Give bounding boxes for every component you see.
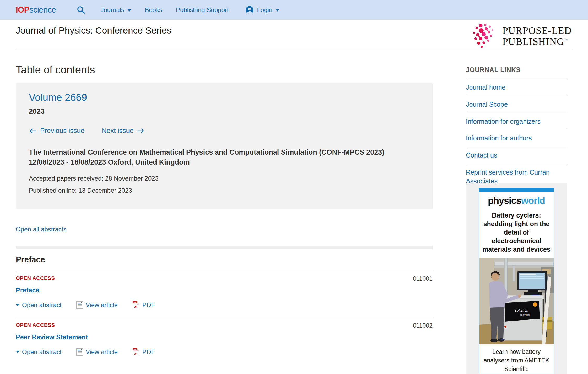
document-icon	[76, 301, 83, 309]
iop-logo-science: science	[29, 5, 56, 14]
volume-year: 2023	[29, 107, 417, 116]
volume-info-box: Volume 2669 2023 Previous issue Next iss…	[16, 83, 433, 209]
document-icon	[76, 348, 83, 356]
plp-tm: ™	[564, 38, 569, 42]
sidebar-item: Journal home	[466, 79, 567, 96]
volume-link[interactable]: Volume 2669	[29, 92, 87, 103]
arrow-left-icon	[29, 128, 37, 133]
article-entry: OPEN ACCESS 011001 Preface Open abstract	[16, 271, 433, 318]
sidebar-link-journal-home[interactable]: Journal home	[466, 83, 505, 92]
journal-links-sidebar: JOURNAL LINKS Journal home Journal Scope…	[466, 66, 567, 189]
triangle-down-icon	[16, 304, 19, 306]
article-page-number: 011002	[413, 322, 433, 329]
journal-title: Journal of Physics: Conference Series	[16, 25, 171, 36]
sidebar-item: Information for organizers	[466, 113, 567, 130]
physicsworld-logo: physicsworld	[479, 195, 554, 206]
section-divider	[16, 246, 433, 249]
sidebar-item: Contact us	[466, 147, 567, 164]
iopscience-logo[interactable]: IOPscience	[16, 5, 56, 15]
previous-issue-link[interactable]: Previous issue	[29, 127, 84, 135]
open-abstract-link[interactable]: Open abstract	[16, 301, 62, 309]
login-label: Login	[257, 6, 272, 14]
ad-container: physicsworld Battery cyclers: shedding l…	[466, 183, 567, 374]
page: IOPscience Journals Books Publishing Sup…	[0, 0, 588, 374]
journal-links-title: JOURNAL LINKS	[466, 66, 567, 79]
open-abstract-label: Open abstract	[22, 301, 62, 309]
article-actions: Open abstract View article	[16, 348, 433, 365]
nav-journals-label: Journals	[101, 6, 125, 14]
header-divider	[16, 50, 572, 50]
open-abstract-link[interactable]: Open abstract	[16, 348, 62, 356]
open-access-badge: OPEN ACCESS	[16, 275, 55, 281]
arrow-right-icon	[137, 128, 145, 133]
next-issue-link[interactable]: Next issue	[102, 127, 145, 135]
top-nav: IOPscience Journals Books Publishing Sup…	[0, 0, 588, 20]
page-title: Table of contents	[16, 64, 433, 76]
iop-logo-red: IOP	[16, 5, 29, 14]
user-icon	[245, 6, 254, 14]
article-entry: OPEN ACCESS 011002 Peer Review Statement…	[16, 318, 433, 365]
view-article-link[interactable]: View article	[76, 348, 118, 356]
nav-journals[interactable]: Journals	[101, 6, 131, 14]
open-access-badge: OPEN ACCESS	[16, 322, 55, 328]
sidebar-link-journal-scope[interactable]: Journal Scope	[466, 100, 508, 109]
purpose-led-publishing-logo: PURPOSE-LED PUBLISHING™	[472, 23, 572, 50]
chevron-down-icon	[127, 9, 131, 12]
issue-navigation: Previous issue Next issue	[29, 127, 417, 135]
view-article-link[interactable]: View article	[76, 301, 118, 309]
pdf-link[interactable]: PDF PDF	[132, 301, 155, 309]
triangle-down-icon	[16, 351, 19, 353]
nav-books-label: Books	[145, 6, 162, 14]
login-button[interactable]: Login	[245, 6, 279, 14]
accepted-papers-line: Accepted papers received: 28 November 20…	[29, 175, 417, 182]
pdf-link[interactable]: PDF PDF	[132, 348, 155, 356]
physicsworld-logo-blue: world	[521, 195, 545, 206]
svg-text:analytical: analytical	[520, 313, 530, 316]
search-icon[interactable]	[77, 6, 85, 14]
physicsworld-logo-black: physics	[488, 195, 521, 206]
nav-publishing-support-label: Publishing Support	[176, 6, 229, 14]
view-article-label: View article	[86, 348, 118, 356]
ad-top-bar	[479, 188, 554, 192]
plp-line1: PURPOSE-LED	[503, 25, 572, 36]
view-article-label: View article	[86, 301, 118, 309]
conference-title: The International Conference on Mathemat…	[29, 147, 409, 167]
ad-caption: Learn how battery analysers from AMETEK …	[479, 348, 554, 374]
sidebar-link-info-organizers[interactable]: Information for organizers	[466, 117, 541, 126]
open-abstract-label: Open abstract	[22, 348, 62, 356]
plp-wordmark: PURPOSE-LED PUBLISHING™	[503, 25, 572, 47]
sidebar-item: Journal Scope	[466, 96, 567, 113]
ad-headline: Battery cyclers: shedding light on the d…	[481, 211, 552, 254]
sidebar-item: Information for authors	[466, 130, 567, 147]
svg-text:PDF: PDF	[133, 301, 137, 303]
sidebar-link-info-authors[interactable]: Information for authors	[466, 134, 532, 143]
article-page-number: 011001	[413, 275, 433, 282]
svg-text:solartron: solartron	[515, 308, 528, 312]
physicsworld-ad[interactable]: physicsworld Battery cyclers: shedding l…	[479, 188, 554, 374]
chevron-down-icon	[276, 9, 279, 12]
open-all-abstracts-link[interactable]: Open all abstracts	[16, 226, 66, 233]
article-title-link[interactable]: Peer Review Statement	[16, 333, 88, 341]
published-online-line: Published online: 13 December 2023	[29, 187, 417, 194]
ad-photo-lab-scene: solartron analytical	[479, 258, 554, 344]
pdf-label: PDF	[142, 348, 155, 356]
previous-issue-label: Previous issue	[40, 127, 84, 135]
nav-books[interactable]: Books	[145, 6, 162, 14]
pdf-icon: PDF	[132, 348, 140, 356]
section-heading-preface: Preface	[16, 255, 433, 264]
pdf-label: PDF	[142, 301, 155, 309]
nav-publishing-support[interactable]: Publishing Support	[176, 6, 229, 14]
next-issue-label: Next issue	[102, 127, 133, 135]
main-content: Table of contents Volume 2669 2023 Previ…	[16, 63, 433, 374]
plp-line2: PUBLISHING	[503, 36, 564, 47]
article-title-link[interactable]: Preface	[16, 286, 39, 294]
pdf-icon: PDF	[132, 301, 140, 309]
article-actions: Open abstract View article	[16, 301, 433, 318]
svg-text:PDF: PDF	[133, 348, 137, 350]
sidebar-link-contact-us[interactable]: Contact us	[466, 151, 497, 160]
plp-dots-icon	[472, 23, 498, 50]
